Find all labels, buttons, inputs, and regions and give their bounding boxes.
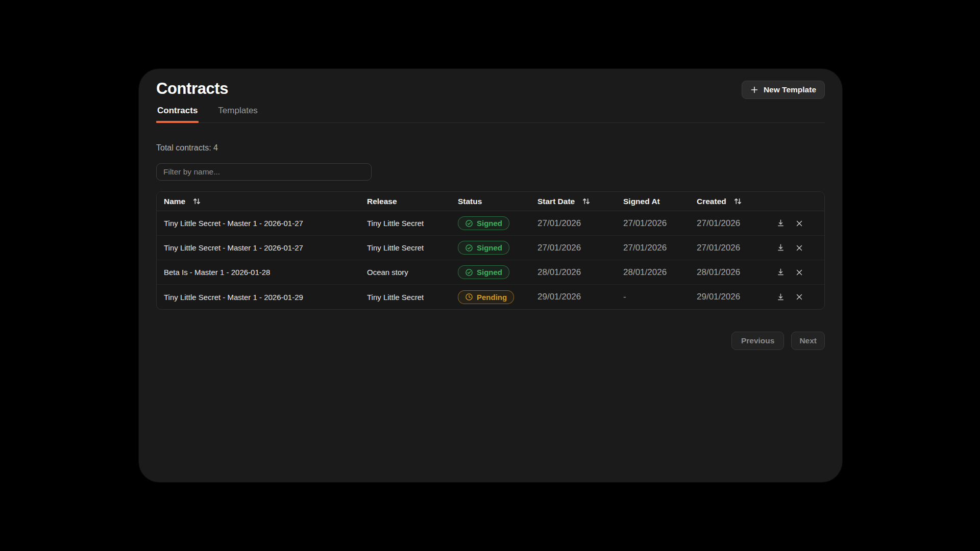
start-date: 28/01/2026 bbox=[537, 267, 581, 278]
start-date: 27/01/2026 bbox=[537, 218, 581, 229]
table-row: Tiny Little Secret - Master 1 - 2026-01-… bbox=[157, 211, 824, 236]
previous-page-button[interactable]: Previous bbox=[731, 332, 784, 350]
column-label: Signed At bbox=[623, 197, 660, 206]
tab-bar: ContractsTemplates bbox=[156, 106, 825, 123]
start-date: 29/01/2026 bbox=[537, 292, 581, 302]
plus-icon bbox=[750, 86, 758, 94]
delete-icon[interactable] bbox=[794, 292, 804, 302]
arrows-up-down-icon[interactable] bbox=[192, 197, 201, 206]
table-row: Tiny Little Secret - Master 1 - 2026-01-… bbox=[157, 285, 824, 309]
new-template-button[interactable]: New Template bbox=[742, 81, 825, 99]
created-date: 29/01/2026 bbox=[697, 292, 740, 302]
release-name: Tiny Little Secret bbox=[367, 243, 424, 252]
release-name: Ocean story bbox=[367, 268, 408, 277]
column-label: Release bbox=[367, 197, 397, 206]
release-name: Tiny Little Secret bbox=[367, 219, 424, 228]
column-label: Created bbox=[697, 197, 726, 206]
filter-by-name-input[interactable] bbox=[156, 163, 372, 181]
delete-icon[interactable] bbox=[794, 267, 804, 278]
delete-icon[interactable] bbox=[794, 218, 804, 229]
column-header-start-date[interactable]: Start Date bbox=[531, 197, 617, 206]
status-label: Signed bbox=[477, 243, 502, 252]
status-badge: Signed bbox=[458, 241, 509, 255]
table-row: Beta Is - Master 1 - 2026-01-28Ocean sto… bbox=[157, 260, 824, 285]
contract-name: Beta Is - Master 1 - 2026-01-28 bbox=[164, 268, 270, 277]
download-icon[interactable] bbox=[775, 292, 786, 303]
column-header-release: Release bbox=[361, 197, 452, 206]
status-badge: Signed bbox=[458, 265, 509, 279]
pagination: Previous Next bbox=[156, 332, 825, 350]
table-header-row: NameReleaseStatusStart DateSigned AtCrea… bbox=[157, 192, 824, 211]
contracts-panel: Contracts New Template ContractsTemplate… bbox=[139, 69, 842, 482]
table-row: Tiny Little Secret - Master 1 - 2026-01-… bbox=[157, 236, 824, 260]
contract-name: Tiny Little Secret - Master 1 - 2026-01-… bbox=[164, 219, 303, 228]
release-name: Tiny Little Secret bbox=[367, 293, 424, 302]
page-title: Contracts bbox=[156, 79, 228, 98]
check-circle-icon bbox=[465, 244, 473, 252]
total-contracts-text: Total contracts: 4 bbox=[156, 143, 825, 153]
contract-name: Tiny Little Secret - Master 1 - 2026-01-… bbox=[164, 243, 303, 252]
created-date: 28/01/2026 bbox=[697, 267, 740, 278]
delete-icon[interactable] bbox=[794, 243, 804, 253]
check-circle-icon bbox=[465, 268, 473, 277]
column-header-created[interactable]: Created bbox=[691, 197, 762, 206]
tab-templates[interactable]: Templates bbox=[217, 106, 258, 122]
status-label: Signed bbox=[477, 219, 502, 228]
contract-name: Tiny Little Secret - Master 1 - 2026-01-… bbox=[164, 293, 303, 302]
signed-at-date: 27/01/2026 bbox=[623, 218, 667, 229]
created-date: 27/01/2026 bbox=[697, 243, 740, 253]
status-badge: Signed bbox=[458, 216, 509, 230]
column-header-signed-at: Signed At bbox=[617, 197, 691, 206]
column-label: Start Date bbox=[537, 197, 575, 206]
download-icon[interactable] bbox=[775, 218, 786, 229]
download-icon[interactable] bbox=[775, 242, 786, 253]
status-badge: Pending bbox=[458, 290, 514, 304]
check-circle-icon bbox=[465, 219, 473, 228]
status-label: Pending bbox=[477, 293, 507, 302]
download-icon[interactable] bbox=[775, 267, 786, 278]
column-header-status: Status bbox=[452, 197, 531, 206]
next-page-button[interactable]: Next bbox=[791, 332, 825, 350]
contracts-table: NameReleaseStatusStart DateSigned AtCrea… bbox=[156, 191, 825, 310]
created-date: 27/01/2026 bbox=[697, 218, 740, 229]
status-label: Signed bbox=[477, 268, 502, 277]
start-date: 27/01/2026 bbox=[537, 243, 581, 253]
arrows-up-down-icon[interactable] bbox=[582, 197, 591, 206]
column-label: Status bbox=[458, 197, 482, 206]
column-label: Name bbox=[164, 197, 185, 206]
new-template-label: New Template bbox=[764, 85, 816, 94]
signed-at-date: 28/01/2026 bbox=[623, 267, 667, 278]
panel-header: Contracts New Template bbox=[156, 79, 825, 99]
signed-at-date: 27/01/2026 bbox=[623, 243, 667, 253]
table-body: Tiny Little Secret - Master 1 - 2026-01-… bbox=[157, 211, 824, 309]
tab-contracts[interactable]: Contracts bbox=[156, 106, 199, 122]
arrows-up-down-icon[interactable] bbox=[733, 197, 742, 206]
column-header-name[interactable]: Name bbox=[157, 197, 361, 206]
clock-icon bbox=[465, 293, 473, 301]
signed-at-date: - bbox=[623, 292, 626, 302]
